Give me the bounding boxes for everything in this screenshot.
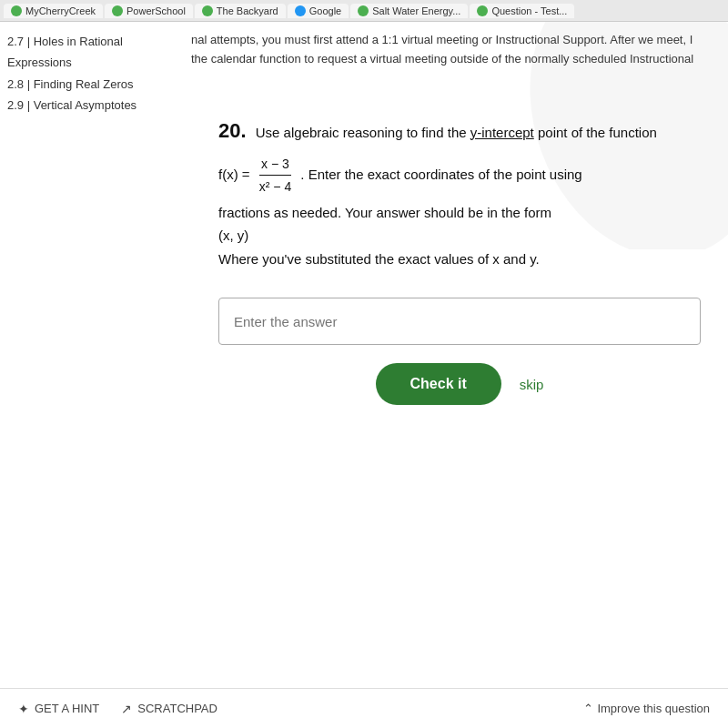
- skip-link[interactable]: skip: [520, 377, 544, 392]
- tab-saltwater[interactable]: Salt Water Energy...: [350, 4, 468, 18]
- tab-saltwater-label: Salt Water Energy...: [372, 5, 460, 16]
- fraction: x − 3 x² − 4: [258, 154, 293, 197]
- tab-google[interactable]: Google: [288, 4, 349, 18]
- hint-icon: ✦: [18, 702, 29, 716]
- body-line4: Where you've substituted the exact value…: [218, 251, 540, 267]
- notice-line2: the calendar function to request a virtu…: [191, 52, 693, 66]
- improve-label: Improve this question: [597, 702, 710, 715]
- mycherrycreek-icon: [11, 5, 22, 16]
- tab-google-label: Google: [309, 5, 341, 16]
- fraction-denominator: x² − 4: [258, 176, 293, 197]
- question-highlighted: y-intercept: [470, 125, 534, 140]
- tab-backyard[interactable]: The Backyard: [195, 4, 286, 18]
- function-label: f(x) =: [218, 167, 250, 182]
- question-number: 20.: [218, 119, 247, 142]
- tab-question-label: Question - Test...: [491, 5, 567, 16]
- tab-powerschool-label: PowerSchool: [126, 5, 186, 16]
- sidebar-item-27[interactable]: 2.7 | Holes in Rational Expressions: [7, 31, 175, 74]
- page-wrapper: 2.7 | Holes in Rational Expressions 2.8 …: [0, 22, 728, 728]
- notice-line1: nal attempts, you must first attend a 1:…: [191, 33, 693, 46]
- scratchpad-button[interactable]: ↗ SCRATCHPAD: [121, 702, 217, 716]
- answer-section: Check it skip: [218, 298, 701, 405]
- sidebar-item-29[interactable]: 2.9 | Vertical Asymptotes: [7, 95, 175, 116]
- google-icon: [295, 5, 306, 16]
- improve-question-button[interactable]: ⌃ Improve this question: [583, 702, 710, 715]
- backyard-icon: [202, 5, 213, 16]
- bottom-bar: ✦ GET A HINT ↗ SCRATCHPAD ⌃ Improve this…: [0, 688, 728, 728]
- scratchpad-icon: ↗: [121, 702, 132, 716]
- function-display: f(x) = x − 3 x² − 4 . Enter the exact co…: [218, 154, 701, 197]
- question-intro2: point of the function: [538, 125, 657, 140]
- fraction-numerator: x − 3: [259, 154, 291, 176]
- body-line1: . Enter the exact coordinates of the poi…: [300, 167, 581, 182]
- browser-tab-bar: MyCherryCreek PowerSchool The Backyard G…: [0, 0, 728, 22]
- improve-icon: ⌃: [583, 702, 593, 715]
- body-line2: fractions as needed. Your answer should …: [218, 205, 551, 220]
- notice-text: nal attempts, you must first attend a 1:…: [191, 31, 710, 69]
- check-it-button[interactable]: Check it: [376, 363, 501, 405]
- sidebar: 2.7 | Holes in Rational Expressions 2.8 …: [0, 22, 182, 728]
- powerschool-icon: [112, 5, 123, 16]
- sidebar-item-28[interactable]: 2.8 | Finding Real Zeros: [7, 74, 175, 95]
- tab-mycherrycreek-label: MyCherryCreek: [25, 5, 96, 16]
- saltwater-icon: [358, 5, 369, 16]
- question-icon: [477, 5, 488, 16]
- answer-input[interactable]: [218, 298, 701, 345]
- main-content: nal attempts, you must first attend a 1:…: [182, 22, 728, 728]
- body-line3: (x, y): [218, 228, 248, 243]
- get-hint-button[interactable]: ✦ GET A HINT: [18, 702, 99, 716]
- question-body: fractions as needed. Your answer should …: [218, 201, 701, 271]
- tab-powerschool[interactable]: PowerSchool: [105, 4, 193, 18]
- tab-mycherrycreek[interactable]: MyCherryCreek: [4, 4, 103, 18]
- question-container: 20. Use algebraic reasoning to find the …: [191, 96, 710, 414]
- tab-backyard-label: The Backyard: [217, 5, 278, 16]
- question-header: 20. Use algebraic reasoning to find the …: [218, 115, 701, 147]
- bottom-left-actions: ✦ GET A HINT ↗ SCRATCHPAD: [18, 702, 217, 716]
- question-intro: Use algebraic reasoning to find the: [256, 125, 467, 140]
- button-row: Check it skip: [376, 363, 544, 405]
- tab-question[interactable]: Question - Test...: [470, 4, 574, 18]
- get-hint-label: GET A HINT: [35, 702, 99, 715]
- scratchpad-label: SCRATCHPAD: [137, 702, 217, 715]
